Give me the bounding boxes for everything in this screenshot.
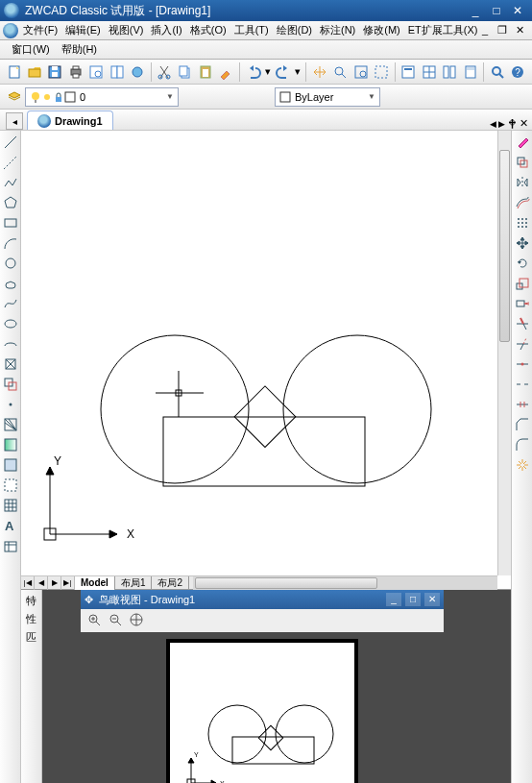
help-icon[interactable]: ? xyxy=(508,61,528,83)
ellipse-arc-icon[interactable] xyxy=(1,334,20,354)
undo-dd-icon[interactable]: ▾ xyxy=(263,61,273,83)
copy-icon[interactable] xyxy=(175,61,195,83)
h-scroll-track[interactable] xyxy=(193,576,497,590)
zoom-extents-icon[interactable] xyxy=(371,61,391,83)
tool-palettes-icon[interactable] xyxy=(439,61,459,83)
cut-icon[interactable] xyxy=(155,61,175,83)
properties-tab-vertical[interactable]: 特 性 匹 xyxy=(21,590,42,783)
xline-icon[interactable] xyxy=(1,153,20,172)
redo-icon[interactable] xyxy=(273,61,293,83)
menu-tools[interactable]: 工具(T) xyxy=(230,23,273,37)
tab-nav-right[interactable]: ▶ xyxy=(498,119,505,129)
menu-window[interactable]: 窗口(W) xyxy=(6,42,56,57)
paste-icon[interactable] xyxy=(195,61,215,83)
tab-document[interactable]: Drawing1 xyxy=(27,110,113,130)
copy-obj-icon[interactable] xyxy=(513,153,532,172)
extend-icon[interactable] xyxy=(513,334,532,354)
layer-props-icon[interactable] xyxy=(4,86,25,108)
hatch-icon[interactable] xyxy=(1,415,20,434)
aerial-titlebar[interactable]: ✥ 鸟瞰视图 - Drawing1 _ □ ✕ xyxy=(81,590,444,609)
layer-combo[interactable]: 0 ▼ xyxy=(25,87,179,107)
offset-icon[interactable] xyxy=(513,193,532,212)
menu-edit[interactable]: 编辑(E) xyxy=(61,23,105,37)
array-icon[interactable] xyxy=(513,213,532,232)
menu-view[interactable]: 视图(V) xyxy=(105,23,148,37)
menu-draw[interactable]: 绘图(D) xyxy=(273,23,316,37)
region-icon[interactable] xyxy=(1,455,20,475)
layout-last[interactable]: ▶| xyxy=(61,576,75,590)
calc-icon[interactable] xyxy=(460,61,480,83)
chamfer-icon[interactable] xyxy=(513,415,532,434)
close-button[interactable]: ✕ xyxy=(507,3,528,18)
scale-icon[interactable] xyxy=(513,274,532,293)
zoom-global-icon[interactable] xyxy=(129,612,144,629)
menu-file[interactable]: 文件(F) xyxy=(19,23,61,37)
print-icon[interactable] xyxy=(65,61,85,83)
erase-icon[interactable] xyxy=(513,133,532,152)
find-icon[interactable] xyxy=(487,61,507,83)
layout-tab-1[interactable]: 布局1 xyxy=(115,576,153,590)
layout-first[interactable]: |◀ xyxy=(21,576,35,590)
mdi-minimize[interactable]: _ xyxy=(476,24,494,37)
tab-close-icon[interactable]: ✕ xyxy=(520,117,528,130)
zoom-in-icon[interactable] xyxy=(86,612,102,629)
aerial-max[interactable]: □ xyxy=(405,593,421,606)
redo-dd-icon[interactable]: ▾ xyxy=(294,61,303,83)
point-icon[interactable] xyxy=(1,395,20,414)
tab-nav-left[interactable]: ◀ xyxy=(490,119,496,129)
properties-icon[interactable] xyxy=(399,61,419,83)
new-icon[interactable] xyxy=(4,61,24,83)
gradient-icon[interactable] xyxy=(1,435,20,454)
table2-icon[interactable] xyxy=(1,536,20,555)
menu-insert[interactable]: 插入(I) xyxy=(147,23,185,37)
polygon-icon[interactable] xyxy=(1,193,20,212)
trim-icon[interactable] xyxy=(513,314,532,333)
v-scrollbar[interactable] xyxy=(497,131,511,575)
wipeout-icon[interactable] xyxy=(1,476,20,495)
fillet-icon[interactable] xyxy=(513,435,532,454)
layout-tab-model[interactable]: Model xyxy=(75,576,115,590)
publish-icon[interactable] xyxy=(127,61,147,83)
explode-icon[interactable] xyxy=(513,455,532,475)
rotate-icon[interactable] xyxy=(513,254,532,273)
menu-format[interactable]: 格式(O) xyxy=(186,23,230,37)
layout-next[interactable]: ▶ xyxy=(48,576,61,590)
join-icon[interactable] xyxy=(513,395,532,414)
stretch-icon[interactable] xyxy=(513,294,532,313)
aerial-close[interactable]: ✕ xyxy=(424,593,440,606)
break-icon[interactable] xyxy=(513,375,532,394)
line-icon[interactable] xyxy=(1,133,20,152)
mdi-close[interactable]: ✕ xyxy=(511,24,528,37)
zoom-out-icon[interactable] xyxy=(108,612,123,629)
layout-prev[interactable]: ◀ xyxy=(35,576,48,590)
menu-ext[interactable]: ET扩展工具(X) xyxy=(404,23,482,37)
preview2-icon[interactable] xyxy=(107,61,127,83)
mirror-icon[interactable] xyxy=(513,173,532,192)
maximize-button[interactable]: □ xyxy=(486,3,507,18)
make-block-icon[interactable] xyxy=(1,375,20,394)
save-icon[interactable] xyxy=(45,61,65,83)
insert-block-icon[interactable] xyxy=(1,355,20,374)
undo-icon[interactable] xyxy=(243,61,263,83)
table-icon[interactable] xyxy=(419,61,439,83)
zoom-window-icon[interactable] xyxy=(351,61,371,83)
menu-modify[interactable]: 修改(M) xyxy=(359,23,404,37)
tab-pin-icon[interactable]: 🕈 xyxy=(507,118,518,130)
match-icon[interactable] xyxy=(216,61,236,83)
open-icon[interactable] xyxy=(24,61,44,83)
pline-icon[interactable] xyxy=(1,173,20,192)
break-point-icon[interactable] xyxy=(513,355,532,374)
revcloud-icon[interactable] xyxy=(1,274,20,293)
menu-annotate[interactable]: 标注(N) xyxy=(316,23,359,37)
zoom-realtime-icon[interactable] xyxy=(330,61,351,83)
drawing-canvas[interactable]: X Y |◀ ◀ ▶ ▶| Model 布局1 布局2 xyxy=(21,131,511,589)
menu-help[interactable]: 帮助(H) xyxy=(56,42,103,57)
layout-tab-2[interactable]: 布局2 xyxy=(152,576,189,590)
minimize-button[interactable]: _ xyxy=(465,3,486,18)
rectangle-icon[interactable] xyxy=(1,213,20,232)
aerial-min[interactable]: _ xyxy=(386,593,401,606)
preview-icon[interactable] xyxy=(86,61,107,83)
arc-icon[interactable] xyxy=(1,233,20,253)
mdi-restore[interactable]: ❐ xyxy=(494,24,511,37)
spline-icon[interactable] xyxy=(1,294,20,313)
